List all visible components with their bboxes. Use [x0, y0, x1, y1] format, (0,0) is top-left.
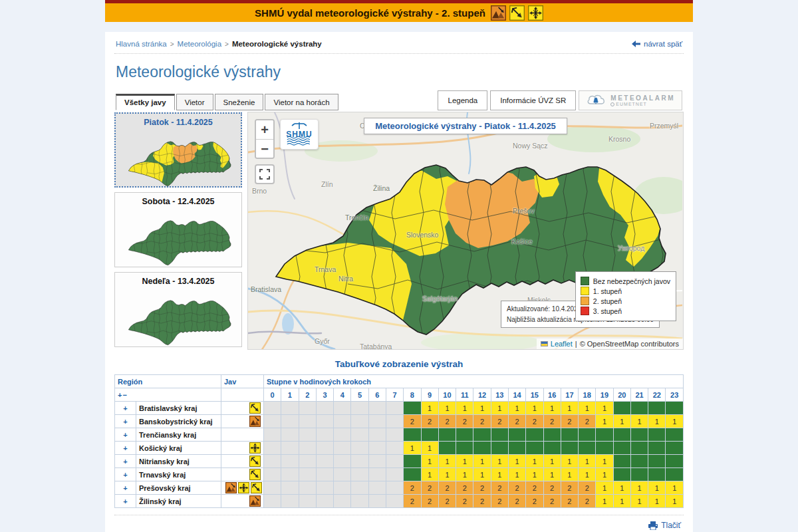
ukraine-flag-icon	[541, 341, 548, 346]
breadcrumb-item-1[interactable]: Meteorológia	[178, 40, 221, 48]
leaflet-link[interactable]: Leaflet	[551, 340, 573, 348]
warning-cell-h2	[299, 468, 316, 481]
warning-cell-h14: 2	[508, 495, 525, 508]
jav-header-spacer	[221, 388, 264, 402]
warning-cell-h8	[404, 455, 421, 468]
warning-cell-h2	[299, 455, 316, 468]
day-card-1[interactable]: Sobota - 12.4.2025	[114, 192, 242, 267]
fullscreen-icon	[259, 169, 270, 180]
day-card-map-thumbnail	[121, 287, 235, 352]
hour-header-18: 18	[579, 388, 596, 402]
warning-cell-h15: 1	[526, 468, 543, 481]
hour-header-15: 15	[526, 388, 543, 402]
warning-cell-h14: 1	[508, 402, 525, 415]
expand-collapse-all-button[interactable]: +−	[115, 388, 221, 402]
zoom-in-button[interactable]: +	[256, 120, 273, 139]
day-card-0[interactable]: Piatok - 11.4.2025	[114, 112, 242, 188]
back-link[interactable]: návrat späť	[632, 40, 682, 48]
warning-cell-h14: 2	[508, 415, 525, 428]
tab-bar: Všetky javyVietorSneženieVietor na horác…	[116, 90, 682, 110]
warning-cell-h6	[368, 415, 386, 428]
warning-cell-h3	[316, 481, 333, 495]
warning-cell-h15: 1	[526, 455, 543, 468]
expand-row-button[interactable]: +	[115, 495, 136, 508]
tab-vietor[interactable]: Vietor	[176, 94, 213, 110]
warning-cell-h4	[334, 468, 351, 481]
warning-cell-h17: 2	[561, 495, 578, 508]
warning-cell-h22: 1	[648, 481, 666, 495]
expand-row-button[interactable]: +	[115, 468, 136, 481]
legend-swatch	[581, 297, 589, 305]
warning-cell-h13	[491, 442, 508, 455]
warning-cell-h4	[334, 402, 351, 415]
warning-cell-h23	[666, 442, 684, 455]
legend-swatch	[581, 277, 589, 285]
breadcrumb-item-0[interactable]: Hlavná stránka	[116, 40, 167, 48]
warning-cell-h13: 1	[491, 468, 508, 481]
table-title: Tabuľkové zobrazenie výstrah	[114, 359, 684, 369]
day-card-label: Sobota - 12.4.2025	[119, 197, 237, 206]
warning-cell-h12	[473, 442, 491, 455]
warning-cell-h1	[281, 455, 299, 468]
hour-header-7: 7	[386, 388, 403, 402]
warning-cell-h4	[334, 428, 351, 442]
warning-cell-h2	[299, 415, 316, 428]
warning-cell-h19: 1	[596, 415, 613, 428]
map[interactable]: OlomoucOstravaBrnoZlínNowy SączKrosnoPrz…	[247, 112, 684, 350]
tab-legenda[interactable]: Legenda	[438, 90, 487, 110]
jav-icons	[221, 415, 264, 428]
warning-cell-h15: 1	[526, 402, 543, 415]
warning-cell-h8	[404, 468, 421, 481]
tab-vietor-na-hor-ch[interactable]: Vietor na horách	[265, 94, 338, 110]
warning-cell-h2	[299, 402, 316, 415]
warning-cell-h20: 1	[613, 415, 630, 428]
warning-cell-h4	[334, 495, 351, 508]
warning-cell-h23	[666, 402, 684, 415]
tab-informacie-uvz[interactable]: Informácie ÚVZ SR	[490, 90, 576, 110]
warning-cell-h0	[264, 481, 281, 495]
tab-sne-enie[interactable]: Sneženie	[215, 94, 264, 110]
zoom-out-button[interactable]: −	[256, 139, 273, 158]
warning-cell-h12: 2	[473, 495, 491, 508]
warning-cell-h0	[264, 415, 281, 428]
warning-cell-h0	[264, 402, 281, 415]
warning-cell-h20	[613, 455, 630, 468]
expand-row-button[interactable]: +	[115, 428, 136, 442]
warning-cell-h11: 2	[456, 481, 473, 495]
meteoalarm-logo[interactable]: METEOALARM EUMETNET	[579, 90, 682, 110]
warning-cell-h7	[386, 495, 403, 508]
tab-v-etky-javy[interactable]: Všetky javy	[116, 94, 175, 110]
table-row: +Trnavský kraj11111111111	[115, 468, 684, 481]
shmu-logo[interactable]: SHMU	[280, 119, 319, 150]
warning-cell-h13: 2	[491, 495, 508, 508]
warning-cell-h9: 2	[421, 415, 438, 428]
alert-banner[interactable]: SHMÚ vydal meteorologické výstrahy - 2. …	[105, 3, 693, 22]
page-title: Meteorologické výstrahy	[116, 63, 682, 81]
warning-cell-h8: 2	[404, 415, 421, 428]
warning-cell-h6	[368, 495, 386, 508]
warning-cell-h20	[613, 402, 630, 415]
expand-row-button[interactable]: +	[115, 415, 136, 428]
warning-cell-h9	[421, 428, 438, 442]
meteoalarm-subtitle: EUMETNET	[610, 102, 675, 107]
warning-cell-h16: 2	[543, 481, 561, 495]
warning-cell-h16: 1	[543, 468, 561, 481]
warning-cell-h9: 1	[421, 468, 438, 481]
warning-cell-h11: 1	[456, 468, 473, 481]
expand-row-button[interactable]: +	[115, 402, 136, 415]
warning-cell-h14	[508, 428, 525, 442]
warning-cell-h5	[351, 481, 368, 495]
day-card-2[interactable]: Nedeľa - 13.4.2025	[114, 272, 242, 347]
print-link[interactable]: Tlačiť	[648, 521, 681, 530]
expand-row-button[interactable]: +	[115, 442, 136, 455]
warning-cell-h18: 2	[579, 481, 596, 495]
warning-cell-h0	[264, 455, 281, 468]
fullscreen-button[interactable]	[255, 164, 275, 184]
expand-row-button[interactable]: +	[115, 481, 136, 495]
map-title: Meteorologické výstrahy - Piatok - 11.4.…	[364, 118, 567, 134]
hour-header-23: 23	[666, 388, 684, 402]
warning-cell-h15: 2	[526, 495, 543, 508]
content-panel: Hlavná stránka>Meteorológia>Meteorologic…	[105, 32, 693, 532]
expand-row-button[interactable]: +	[115, 455, 136, 468]
warning-cell-h20	[613, 428, 630, 442]
